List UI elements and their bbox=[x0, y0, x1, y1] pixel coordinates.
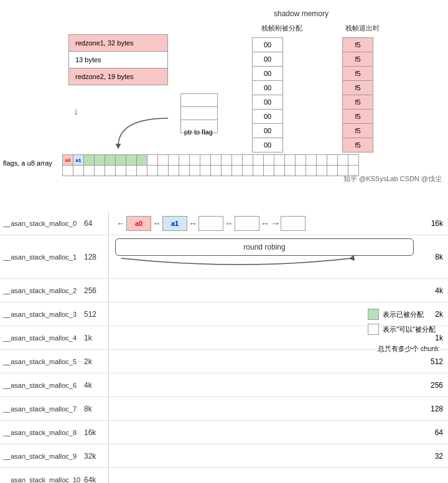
flag-r2-3 bbox=[94, 165, 105, 176]
malloc-row-8: __asan_stack_malloc_8 16k 64 bbox=[0, 421, 448, 444]
redzone2-box: redzone2, 19 bytes bbox=[68, 68, 168, 85]
flag-r2-22 bbox=[295, 165, 306, 176]
malloc-name-10: __asan_stack_malloc_10 bbox=[0, 476, 81, 484]
malloc-size-6: 4k bbox=[81, 373, 109, 396]
malloc-row-0: __asan_stack_malloc_0 64 ← a0 ↔ a1 ↔ ↔ ↔… bbox=[0, 212, 448, 235]
flag-e5 bbox=[200, 154, 211, 166]
arrow-lr-1: ↔ bbox=[152, 218, 161, 228]
flag-a0: a0 bbox=[62, 154, 73, 166]
flag-r2-16 bbox=[231, 165, 243, 176]
malloc-size-7: 8k bbox=[81, 397, 109, 420]
flag-g0 bbox=[83, 154, 95, 166]
flag-e10 bbox=[253, 154, 264, 166]
chunk-a1: a1 bbox=[162, 216, 187, 231]
flags-label: flags, a u8 array bbox=[3, 159, 52, 167]
flag-r2-14 bbox=[210, 165, 222, 176]
flag-r2-11 bbox=[179, 165, 190, 176]
malloc-size-1: 128 bbox=[81, 235, 109, 278]
malloc-size-2: 256 bbox=[81, 279, 109, 302]
malloc-name-2: __asan_stack_malloc_2 bbox=[0, 287, 81, 294]
malloc-chunks-2 bbox=[109, 279, 417, 302]
malloc-size-5: 2k bbox=[81, 350, 109, 373]
malloc-row-3: __asan_stack_malloc_3 512 2k bbox=[0, 302, 448, 326]
flag-e2 bbox=[168, 154, 179, 166]
round-robin-arrow-svg bbox=[115, 255, 414, 274]
flag-r2-6 bbox=[126, 165, 137, 176]
mem-cell-l1: 00 bbox=[252, 52, 283, 67]
flag-r2-9 bbox=[157, 165, 169, 176]
flag-e17 bbox=[327, 154, 338, 166]
flag-r2-8 bbox=[147, 165, 158, 176]
mem-cell-l4: 00 bbox=[252, 95, 283, 110]
flag-r2-10 bbox=[168, 165, 179, 176]
mem-cell-r4: f5 bbox=[342, 95, 373, 110]
flag-r2-18 bbox=[253, 165, 264, 176]
flags-row-2 bbox=[62, 165, 358, 176]
flag-r2-4 bbox=[105, 165, 116, 176]
round-robin-box: round robing bbox=[115, 238, 414, 256]
stack-alloc-label: 栈帧刚被分配 bbox=[261, 24, 302, 33]
malloc-name-7: __asan_stack_malloc_7 bbox=[0, 405, 81, 413]
flag-g1 bbox=[94, 154, 105, 166]
malloc-chunks-7 bbox=[109, 397, 417, 420]
malloc-count-8: 64 bbox=[417, 428, 448, 437]
flag-e9 bbox=[242, 154, 253, 166]
arrow-lr-2: ↔ bbox=[189, 218, 197, 228]
malloc-count-4: 1k bbox=[417, 334, 448, 342]
mem-cell-l7: 00 bbox=[252, 138, 283, 152]
mem-cell-r0: f5 bbox=[342, 37, 373, 52]
flag-e11 bbox=[263, 154, 274, 166]
flag-e13 bbox=[284, 154, 296, 166]
mem-col-right: f5 f5 f5 f5 f5 f5 f5 f5 bbox=[342, 37, 373, 152]
flag-e19 bbox=[348, 154, 359, 166]
flag-e1 bbox=[157, 154, 169, 166]
malloc-count-9: 32 bbox=[417, 452, 448, 461]
flag-r2-13 bbox=[200, 165, 211, 176]
stack-frame: redzone1, 32 bytes 13 bytes redzone2, 19… bbox=[68, 34, 168, 85]
mem-col-left: 00 00 00 00 00 00 00 00 bbox=[252, 37, 283, 152]
mem-cell-r3: f5 bbox=[342, 80, 373, 95]
chunk-a0: a0 bbox=[126, 216, 151, 231]
chunk-b1 bbox=[235, 216, 259, 231]
malloc-row-9: __asan_stack_malloc_9 32k 32 bbox=[0, 444, 448, 468]
chunk-b2 bbox=[281, 216, 306, 231]
malloc-name-6: __asan_stack_malloc_6 bbox=[0, 382, 81, 389]
flag-e14 bbox=[295, 154, 306, 166]
flag-r2-7 bbox=[136, 165, 147, 176]
flag-g5 bbox=[136, 154, 147, 166]
flag-e3 bbox=[179, 154, 190, 166]
flag-a1: a1 bbox=[73, 154, 84, 166]
chunk-b0 bbox=[198, 216, 223, 231]
malloc-chunks-10 bbox=[109, 468, 417, 483]
flag-e7 bbox=[221, 154, 232, 166]
malloc-row-7: __asan_stack_malloc_7 8k 128 bbox=[0, 397, 448, 421]
malloc-row-10: __asan_stack_malloc_10 64k bbox=[0, 468, 448, 483]
malloc-chunks-4 bbox=[109, 326, 417, 349]
malloc-name-4: __asan_stack_malloc_4 bbox=[0, 334, 81, 342]
mem-cell-r5: f5 bbox=[342, 109, 373, 124]
malloc-count-5: 512 bbox=[417, 357, 448, 366]
flag-r2-5 bbox=[115, 165, 126, 176]
shadow-memory-title: shadow memory bbox=[274, 9, 329, 18]
malloc-name-5: __asan_stack_malloc_5 bbox=[0, 358, 81, 365]
malloc-name-1: __asan_stack_malloc_1 bbox=[0, 253, 81, 261]
bytes13-box: 13 bytes bbox=[68, 51, 168, 68]
malloc-size-8: 16k bbox=[81, 421, 109, 444]
malloc-count-0: 16k bbox=[417, 219, 448, 228]
malloc-row-1: __asan_stack_malloc_1 128 round robing 8… bbox=[0, 235, 448, 279]
flags-row-1: a0 a1 bbox=[62, 154, 358, 166]
flag-e6 bbox=[210, 154, 222, 166]
mem-cell-r2: f5 bbox=[342, 66, 373, 81]
flag-e18 bbox=[337, 154, 348, 166]
malloc-row-4: __asan_stack_malloc_4 1k 1k bbox=[0, 326, 448, 350]
malloc-chunks-6 bbox=[109, 373, 417, 396]
malloc-row-5: __asan_stack_malloc_5 2k 512 bbox=[0, 350, 448, 373]
mem-cell-r6: f5 bbox=[342, 123, 373, 138]
flag-r2-25 bbox=[327, 165, 338, 176]
ptr-arrow-svg bbox=[168, 103, 243, 140]
malloc-size-0: 64 bbox=[81, 212, 109, 235]
mem-cell-l0: 00 bbox=[252, 37, 283, 52]
ellipsis-icon: → bbox=[271, 218, 281, 229]
flag-e0 bbox=[147, 154, 158, 166]
malloc-name-0: __asan_stack_malloc_0 bbox=[0, 220, 81, 227]
